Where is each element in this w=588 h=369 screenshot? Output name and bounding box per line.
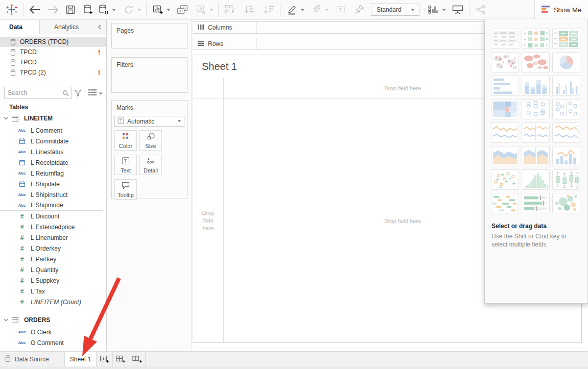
clear-sheet-button[interactable] [193,2,208,17]
table-group-header[interactable]: LINEITEM [0,112,106,125]
field-item[interactable]: L Commitdate [0,136,106,146]
showme-gantt-thumbnail[interactable] [491,193,519,213]
pause-auto-updates-button[interactable] [96,2,111,17]
presentation-mode-button[interactable] [450,2,465,17]
refresh-button[interactable] [121,2,136,17]
field-item[interactable]: AbcL Shipinstruct [0,189,106,200]
field-item[interactable]: #LINEITEM (Count) [0,297,106,307]
showme-highlight-table-thumbnail[interactable] [552,29,580,49]
save-button[interactable] [63,2,78,17]
showme-area-discrete-thumbnail[interactable] [522,146,550,166]
show-me-button[interactable]: Show Me [534,0,588,20]
show-mark-labels-button[interactable] [426,2,441,17]
field-item[interactable]: AbcO Comment [0,337,106,348]
showme-bullet-graph-thumbnail[interactable] [522,193,550,213]
data-source-item[interactable]: TPCD (2)! [0,67,106,78]
showme-continuous-lines-thumbnail[interactable] [491,122,519,143]
tab-analytics[interactable]: Analytics [40,20,93,34]
field-item[interactable]: #L Linenumber [0,232,106,243]
showme-histogram-thumbnail[interactable] [522,169,550,190]
showme-side-by-side-circles-thumbnail[interactable] [552,99,580,119]
table-group-header[interactable]: ORDERS [0,313,106,327]
field-item[interactable]: #L Partkey [0,254,106,264]
field-item[interactable]: AbcL Shipmode [0,200,103,211]
show-mark-labels-caret[interactable] [441,2,447,17]
fit-selector-caret[interactable] [407,4,419,15]
data-source-tab[interactable]: Data Source [0,352,65,366]
mark-type-caret[interactable] [177,120,181,122]
showme-scatter-plot-thumbnail[interactable] [491,169,519,190]
field-item[interactable]: #L Orderkey [0,243,106,254]
format-annotation-caret[interactable] [324,2,330,17]
text-box-button[interactable] [333,2,348,17]
showme-symbol-map-thumbnail[interactable] [491,52,519,72]
showme-treemap-thumbnail[interactable] [491,99,519,119]
marks-text-button[interactable]: Text [114,155,137,175]
pause-auto-updates-caret[interactable] [111,2,117,17]
duplicate-sheet-button[interactable] [175,2,190,17]
clear-sheet-caret[interactable] [208,2,215,17]
rows-drop-zone[interactable]: Drop field here [193,99,224,342]
field-item[interactable]: #L Quantity [0,264,106,275]
field-item[interactable]: AbcL Returnflag [0,168,106,179]
new-dashboard-tab-button[interactable] [113,352,129,366]
collapse-pane-button[interactable] [93,20,106,34]
showme-stacked-bars-thumbnail[interactable] [522,76,550,96]
showme-side-by-side-bars-thumbnail[interactable] [552,76,580,96]
redo-button[interactable] [45,2,61,17]
filter-fields-icon[interactable] [74,89,82,96]
showme-box-and-whisker-thumbnail[interactable] [552,169,580,190]
showme-area-continuous-thumbnail[interactable] [491,146,519,166]
field-item[interactable]: AbcL Comment [0,125,106,136]
swap-rows-columns-button[interactable] [222,2,238,17]
field-item[interactable]: #L Tax [0,286,106,297]
marks-color-button[interactable]: Color [114,130,137,151]
field-item[interactable]: L Shipdate [0,179,106,189]
filters-shelf[interactable]: Filters [111,57,187,93]
showme-dual-lines-thumbnail[interactable] [522,122,550,143]
fit-selector[interactable]: Standard [371,4,419,16]
tab-data[interactable]: Data [0,20,40,34]
new-worksheet-tab-button[interactable] [97,352,113,366]
view-options-button[interactable] [88,89,103,97]
showme-heat-map-thumbnail[interactable] [522,29,550,49]
format-annotation-button[interactable] [309,2,324,17]
field-item[interactable]: #L Discount [0,211,106,222]
marks-detail-button[interactable]: Detail [139,155,162,175]
showme-dual-combination-thumbnail[interactable] [552,146,580,166]
showme-discrete-lines-thumbnail[interactable] [552,122,580,143]
marks-size-button[interactable]: Size [139,130,162,151]
share-button[interactable] [473,2,488,17]
data-source-item[interactable]: ORDERS (TPCD) [0,37,106,47]
data-source-item[interactable]: TPCD [0,57,106,67]
field-item[interactable]: #L Extendedprice [0,222,106,232]
marks-tooltip-button[interactable]: Tooltip [114,179,137,200]
showme-filled-map-thumbnail[interactable] [522,52,550,72]
sort-ascending-button[interactable] [242,2,257,17]
showme-circle-views-thumbnail[interactable] [522,99,550,119]
mark-type-dropdown[interactable]: Automatic [114,116,184,127]
data-source-item[interactable]: TPCD! [0,47,106,57]
new-story-tab-button[interactable] [129,352,146,366]
showme-horizontal-bars-thumbnail[interactable] [491,76,519,96]
new-worksheet-caret[interactable] [166,2,172,17]
highlight-caret[interactable] [299,2,305,17]
refresh-caret[interactable] [136,2,143,17]
field-item[interactable]: L Receiptdate [0,157,106,168]
fix-axes-button[interactable] [351,2,367,17]
field-item[interactable]: AbcO Clerk [0,327,106,337]
showme-pie-chart-thumbnail[interactable] [552,52,580,72]
showme-text-table-thumbnail[interactable] [491,29,519,49]
marks-card[interactable]: Marks Automatic ColorSizeTextDetailToolt… [111,100,187,199]
new-worksheet-button[interactable] [150,2,166,17]
showme-packed-bubbles-thumbnail[interactable] [552,193,580,213]
sort-descending-button[interactable] [261,2,276,17]
highlight-button[interactable] [284,2,299,17]
undo-button[interactable] [27,2,42,17]
sheet-1-tab[interactable]: Sheet 1 [65,352,97,366]
pages-shelf[interactable]: Pages [111,23,187,48]
field-item[interactable]: #L Suppkey [0,275,106,286]
field-item[interactable]: AbcL Linestatus [0,146,106,157]
new-data-source-button[interactable] [80,2,96,17]
search-input[interactable] [4,87,72,99]
